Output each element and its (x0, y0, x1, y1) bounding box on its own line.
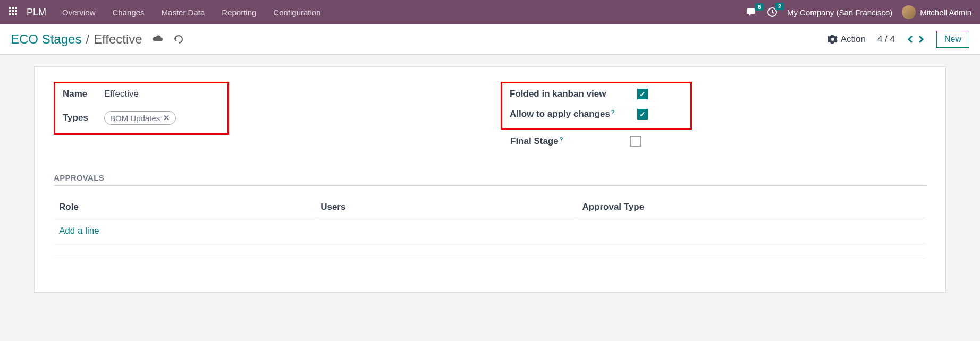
folded-checkbox[interactable] (637, 89, 648, 99)
breadcrumb: ECO Stages / Effective (11, 32, 142, 47)
activities-icon[interactable]: 2 (767, 7, 778, 18)
cloud-icon[interactable] (152, 34, 164, 44)
col-role: Role (55, 197, 315, 218)
table-row-empty (55, 244, 925, 259)
form-row: Name Effective Types BOM Updates ✕ (54, 82, 926, 147)
control-bar: ECO Stages / Effective Action 4 / 4 New (0, 24, 980, 55)
form-col-left: Name Effective Types BOM Updates ✕ (54, 82, 479, 147)
action-label: Action (841, 34, 866, 45)
title-icons (152, 34, 184, 45)
help-icon[interactable]: ? (611, 109, 615, 115)
form-sheet: Name Effective Types BOM Updates ✕ (34, 66, 946, 293)
app-name[interactable]: PLM (27, 7, 46, 18)
form-wrap: Name Effective Types BOM Updates ✕ (0, 55, 980, 304)
nav-right: 6 2 My Company (San Francisco) Mitchell … (747, 5, 971, 19)
table-header-row: Role Users Approval Type (55, 197, 925, 218)
top-nav: PLM Overview Changes Master Data Reporti… (0, 0, 980, 24)
types-tag[interactable]: BOM Updates ✕ (104, 111, 176, 125)
avatar (902, 5, 916, 19)
approvals-section: APPROVALS Role Users Approval Type Add a… (54, 173, 926, 260)
field-apply: Allow to apply changes ? (510, 109, 683, 120)
field-folded: Folded in kanban view (510, 89, 683, 99)
breadcrumb-sep: / (86, 32, 89, 47)
highlight-box-left: Name Effective Types BOM Updates ✕ (54, 82, 229, 135)
right-controls: Action 4 / 4 New (828, 31, 969, 48)
new-button[interactable]: New (936, 31, 969, 48)
close-icon[interactable]: ✕ (163, 113, 170, 123)
messages-badge: 6 (755, 3, 764, 11)
col-type: Approval Type (578, 197, 925, 218)
form-col-right: Folded in kanban view Allow to apply cha… (501, 82, 926, 147)
menu-changes[interactable]: Changes (113, 8, 145, 17)
types-label: Types (63, 113, 104, 123)
folded-label: Folded in kanban view (510, 89, 637, 99)
pager[interactable]: 4 / 4 (877, 34, 895, 45)
breadcrumb-root[interactable]: ECO Stages (11, 32, 81, 47)
user-name: Mitchell Admin (920, 8, 971, 17)
company-selector[interactable]: My Company (San Francisco) (787, 8, 892, 17)
apply-checkbox[interactable] (637, 109, 648, 120)
types-tag-text: BOM Updates (110, 114, 160, 123)
name-value[interactable]: Effective (104, 89, 139, 99)
menu-reporting[interactable]: Reporting (222, 8, 256, 17)
apps-icon[interactable] (9, 7, 19, 18)
field-final: Final Stage ? (501, 136, 926, 147)
menu-master-data[interactable]: Master Data (162, 8, 205, 17)
menu-overview[interactable]: Overview (62, 8, 96, 17)
field-types: Types BOM Updates ✕ (63, 111, 220, 125)
apply-label: Allow to apply changes ? (510, 109, 637, 120)
col-users: Users (316, 197, 577, 218)
undo-icon[interactable] (173, 34, 184, 45)
field-name: Name Effective (63, 89, 220, 99)
menu-configuration[interactable]: Configuration (273, 8, 320, 17)
help-icon[interactable]: ? (560, 136, 563, 142)
approvals-title: APPROVALS (54, 173, 926, 186)
add-line-link[interactable]: Add a line (59, 226, 99, 236)
activities-badge: 2 (775, 3, 784, 10)
highlight-box-right: Folded in kanban view Allow to apply cha… (501, 82, 692, 130)
table-row: Add a line (55, 219, 925, 243)
approvals-table: Role Users Approval Type Add a line (54, 195, 926, 260)
user-menu[interactable]: Mitchell Admin (902, 5, 971, 19)
gear-icon (828, 35, 838, 44)
pager-arrows (907, 34, 925, 45)
action-button[interactable]: Action (828, 34, 866, 45)
breadcrumb-current: Effective (94, 32, 142, 47)
main-menu: Overview Changes Master Data Reporting C… (62, 8, 321, 17)
final-checkbox[interactable] (630, 136, 641, 147)
name-label: Name (63, 89, 104, 99)
final-label: Final Stage ? (510, 136, 630, 147)
chevron-left-icon[interactable] (907, 34, 914, 45)
chevron-right-icon[interactable] (917, 34, 925, 45)
messages-icon[interactable]: 6 (747, 7, 757, 17)
